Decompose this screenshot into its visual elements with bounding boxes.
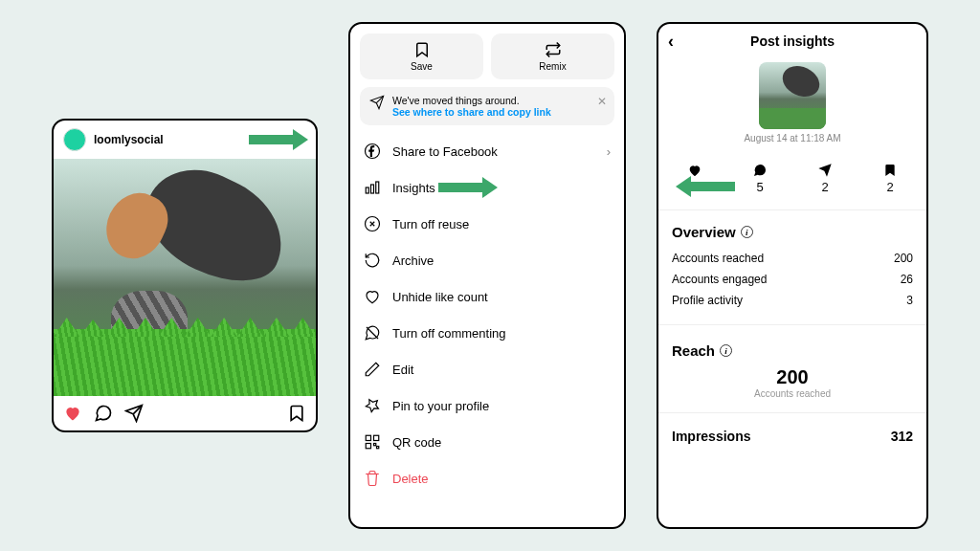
menu-item-turn-off-reuse[interactable]: Turn off reuse <box>360 206 614 242</box>
save-button[interactable]: Save <box>360 33 483 79</box>
menu-item-qr[interactable]: QR code <box>360 424 614 460</box>
impressions-section: Impressions 312 <box>658 417 926 453</box>
section-title: Overview <box>672 224 736 240</box>
menu-label: Unhide like count <box>392 290 488 304</box>
username[interactable]: loomlysocial <box>94 133 164 146</box>
annotation-arrow <box>438 177 498 198</box>
bookmark-icon <box>413 41 431 58</box>
post-image[interactable] <box>54 159 316 396</box>
bookmark-icon <box>882 163 898 178</box>
comment-icon <box>752 163 768 178</box>
notice-text: We've moved things around. <box>392 95 551 106</box>
row-value: 200 <box>894 252 913 265</box>
insights-icon <box>364 179 381 196</box>
stats-row: 24 5 2 2 <box>658 157 926 210</box>
menu-item-edit[interactable]: Edit <box>360 351 614 387</box>
comment-icon[interactable] <box>94 404 113 423</box>
insights-title: Post insights <box>750 33 835 49</box>
post-actions <box>54 396 316 430</box>
stat-shares[interactable]: 2 <box>817 163 833 194</box>
menu-label: Turn off commenting <box>392 326 506 341</box>
info-notice: We've moved things around. See where to … <box>360 87 614 125</box>
annotation-arrow <box>676 176 735 197</box>
facebook-icon <box>364 143 381 160</box>
stat-saves[interactable]: 2 <box>882 163 898 194</box>
remix-button[interactable]: Remix <box>491 33 614 79</box>
pin-icon <box>364 397 381 414</box>
menu-label: Archive <box>392 253 434 268</box>
archive-icon <box>364 252 381 269</box>
row-label: Accounts reached <box>672 252 764 265</box>
qr-icon <box>364 433 381 451</box>
avatar[interactable] <box>63 128 86 151</box>
stat-likes[interactable]: 24 <box>687 163 702 194</box>
row-label: Profile activity <box>672 294 743 307</box>
send-icon <box>369 95 385 110</box>
menu-label: Share to Facebook <box>392 144 498 159</box>
reach-sublabel: Accounts reached <box>672 388 913 399</box>
info-icon[interactable]: i <box>720 344 732 357</box>
post-timestamp: August 14 at 11:18 AM <box>658 133 926 143</box>
close-icon[interactable]: ✕ <box>597 95 607 108</box>
remix-icon <box>545 41 562 58</box>
menu-item-pin[interactable]: Pin to your profile <box>360 387 614 424</box>
heart-icon <box>687 163 702 178</box>
overview-row: Accounts reached 200 <box>672 248 913 269</box>
row-value: 312 <box>891 429 913 444</box>
post-insights-card: ‹ Post insights August 14 at 11:18 AM 24… <box>657 22 928 529</box>
comment-off-icon <box>364 324 381 342</box>
row-value: 26 <box>901 273 913 286</box>
more-options-icon[interactable]: ••• <box>287 131 306 148</box>
menu-item-turn-off-commenting[interactable]: Turn off commenting <box>360 315 614 351</box>
menu-item-unhide-like[interactable]: Unhide like count <box>360 278 614 315</box>
menu-item-insights[interactable]: Insights <box>360 169 614 206</box>
trash-icon <box>364 470 381 487</box>
edit-icon <box>364 361 381 378</box>
share-icon[interactable] <box>124 404 144 423</box>
svg-rect-2 <box>371 185 374 193</box>
row-label: Impressions <box>672 429 750 444</box>
stat-comments[interactable]: 5 <box>752 163 768 194</box>
post-header: loomlysocial ••• <box>54 121 316 159</box>
heart-icon <box>364 288 381 305</box>
menu-label: Insights <box>392 181 435 195</box>
notice-link[interactable]: See where to share and copy link <box>392 106 551 118</box>
insights-header: ‹ Post insights <box>658 24 926 58</box>
overview-row: Accounts engaged 26 <box>672 269 913 290</box>
like-icon[interactable] <box>63 404 82 423</box>
info-icon[interactable]: i <box>741 226 753 238</box>
menu-label: QR code <box>392 435 441 450</box>
menu-item-delete[interactable]: Delete <box>360 460 614 496</box>
post-options-menu: Save Remix We've moved things around. Se… <box>348 22 626 529</box>
reach-number: 200 <box>672 366 913 388</box>
section-title: Reach <box>672 342 715 359</box>
chevron-right-icon: › <box>607 144 611 159</box>
svg-rect-6 <box>374 435 379 440</box>
stat-value: 2 <box>886 180 893 194</box>
svg-rect-1 <box>366 187 368 193</box>
menu-label: Pin to your profile <box>392 399 489 413</box>
row-value: 3 <box>906 294 913 307</box>
menu-label: Turn off reuse <box>392 217 469 231</box>
svg-rect-9 <box>377 447 379 449</box>
circle-x-icon <box>364 215 381 232</box>
post-thumbnail[interactable] <box>759 62 826 129</box>
back-icon[interactable]: ‹ <box>668 32 674 52</box>
stat-value: 2 <box>821 180 828 194</box>
stat-value: 5 <box>756 180 763 194</box>
share-icon <box>817 163 833 178</box>
save-label: Save <box>411 61 433 72</box>
menu-label: Edit <box>392 363 413 377</box>
svg-rect-3 <box>376 182 379 193</box>
svg-rect-5 <box>366 435 370 440</box>
overview-section: Overviewi Accounts reached 200 Accounts … <box>658 210 926 320</box>
reach-section: Reachi 200 Accounts reached <box>658 329 926 408</box>
svg-rect-7 <box>366 444 370 449</box>
menu-item-archive[interactable]: Archive <box>360 242 614 278</box>
menu-item-share-facebook[interactable]: Share to Facebook › <box>360 133 614 169</box>
stat-value: 24 <box>688 180 702 194</box>
bookmark-icon[interactable] <box>287 404 306 423</box>
overview-row: Profile activity 3 <box>672 290 913 311</box>
row-label: Accounts engaged <box>672 273 767 286</box>
instagram-post-card: loomlysocial ••• <box>52 119 318 432</box>
